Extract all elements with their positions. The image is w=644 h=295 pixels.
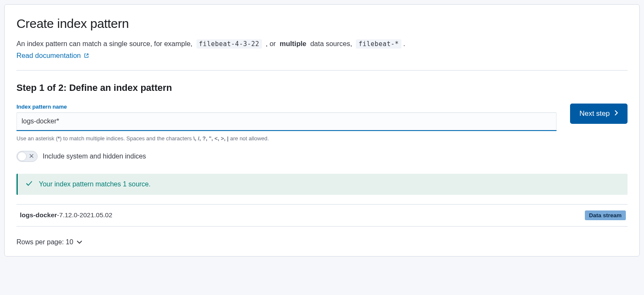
help-segment: ) to match multiple indices. Spaces and … (60, 135, 194, 142)
external-link-icon (84, 52, 89, 60)
next-step-label: Next step (579, 109, 610, 118)
input-help-text: Use an asterisk (*) to match multiple in… (16, 135, 557, 142)
intro-segment: data sources, (308, 40, 354, 47)
intro-text: An index pattern can match a single sour… (16, 38, 628, 49)
intro-code-multi: filebeat-* (356, 39, 401, 49)
data-stream-badge: Data stream (585, 210, 626, 220)
form-row: Index pattern name Use an asterisk (*) t… (16, 104, 628, 142)
chevron-right-icon (614, 109, 618, 118)
include-system-indices-switch[interactable] (16, 151, 38, 162)
include-system-indices-row: Include system and hidden indices (16, 151, 628, 162)
create-index-pattern-panel: Create index pattern An index pattern ca… (4, 4, 640, 257)
index-pattern-name-input[interactable] (16, 112, 557, 131)
section-divider (16, 70, 628, 71)
intro-bold: multiple (280, 40, 306, 47)
source-name-rest: -7.12.0-2021.05.02 (57, 211, 112, 219)
read-documentation-link[interactable]: Read documentation (16, 52, 89, 59)
source-name-bold: logs-docker (20, 211, 57, 219)
x-icon (29, 153, 34, 159)
callout-text: Your index pattern matches 1 source. (39, 180, 150, 188)
next-step-button[interactable]: Next step (570, 104, 628, 124)
help-segment: are not allowed. (229, 135, 269, 142)
intro-segment: An index pattern can match a single sour… (16, 40, 194, 47)
rows-per-page-label: Rows per page: 10 (16, 238, 73, 246)
index-pattern-name-label: Index pattern name (16, 104, 557, 110)
include-system-indices-label: Include system and hidden indices (43, 153, 146, 160)
help-segment: Use an asterisk ( (16, 135, 58, 142)
help-chars: \, /, ?, ", <, >, | (193, 135, 229, 142)
table-row: logs-docker-7.12.0-2021.05.02 Data strea… (16, 204, 628, 227)
intro-code-single: filebeat-4-3-22 (196, 39, 262, 49)
source-name: logs-docker-7.12.0-2021.05.02 (20, 211, 112, 219)
check-icon (25, 180, 33, 189)
intro-segment: . (403, 40, 405, 47)
chevron-down-icon (76, 238, 82, 246)
switch-knob (17, 152, 27, 161)
page-title: Create index pattern (16, 16, 628, 31)
rows-per-page-button[interactable]: Rows per page: 10 (16, 236, 82, 249)
match-success-callout: Your index pattern matches 1 source. (16, 174, 628, 195)
doc-link-label: Read documentation (16, 52, 81, 59)
intro-segment: , or (264, 40, 278, 47)
step-title: Step 1 of 2: Define an index pattern (16, 82, 628, 93)
matching-sources-table: logs-docker-7.12.0-2021.05.02 Data strea… (16, 204, 628, 227)
